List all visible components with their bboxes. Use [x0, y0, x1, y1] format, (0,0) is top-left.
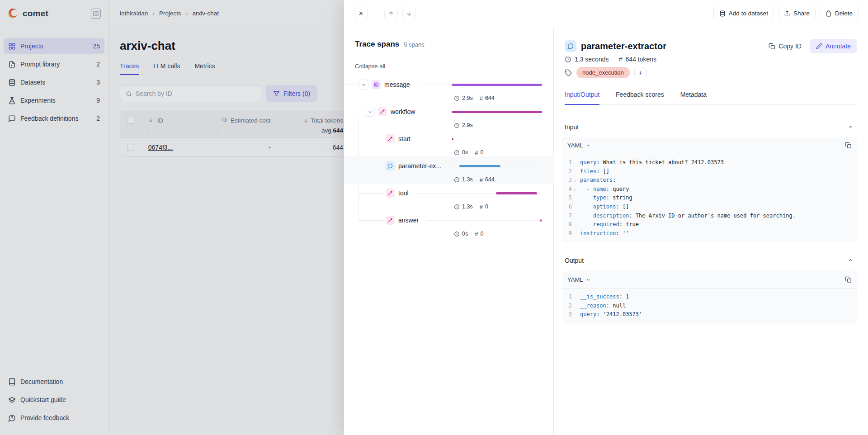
span-tokens: 0	[480, 231, 483, 237]
tab-input-output[interactable]: Input/Output	[565, 91, 599, 105]
hash-icon: #	[475, 231, 478, 237]
hammer-icon	[386, 216, 395, 225]
span-row-parameter-extractor[interactable]: parameter-ex... 1.3s # 644	[344, 156, 554, 184]
input-yaml-content: 1query: What is this ticket about? 2412.…	[562, 154, 857, 242]
hash-icon: #	[475, 149, 478, 156]
span-tokens: 644	[485, 176, 495, 183]
arrow-up-icon	[388, 10, 394, 17]
span-metrics: 1.3s # 644	[454, 175, 495, 184]
code-line: 2__reason: null	[562, 302, 857, 311]
hammer-icon	[386, 189, 395, 198]
span-duration: 2.9s	[462, 95, 473, 101]
format-select[interactable]: YAML	[567, 276, 591, 283]
span-icon	[372, 80, 381, 89]
span-metrics: 2.9s # 644	[454, 94, 495, 102]
chevron-down-icon	[586, 277, 591, 282]
copy-icon	[769, 43, 775, 50]
clock-icon	[454, 231, 460, 237]
chevron-down-icon[interactable]	[365, 107, 375, 117]
span-metrics: 2.9s	[454, 121, 473, 129]
spans-tree: message 2.9s # 644	[344, 27, 553, 435]
delete-button[interactable]: Delete	[820, 7, 859, 20]
add-tag-button[interactable]: +	[634, 67, 646, 78]
span-row-start[interactable]: start 0s # 0	[344, 129, 554, 156]
code-line: 1__is_success: 1	[562, 293, 857, 302]
format-select[interactable]: YAML	[567, 142, 591, 149]
span-duration-bar	[452, 111, 542, 113]
code-line: 2files: []	[562, 167, 857, 176]
span-duration-bar	[459, 165, 500, 167]
collapse-input-button[interactable]	[848, 123, 854, 132]
chevron-down-icon	[586, 143, 591, 148]
span-duration-bar	[452, 84, 542, 86]
trace-spans-panel: Trace spans 5 spans Collapse all	[344, 27, 554, 435]
divider	[562, 247, 857, 247]
span-metrics: 0s # 0	[454, 148, 483, 156]
close-button[interactable]	[354, 7, 368, 20]
code-line: 3⌄parameters:	[562, 176, 857, 185]
span-duration: 1.3s	[462, 176, 473, 183]
code-line: 6 options: []	[562, 203, 857, 212]
output-section-label: Output	[565, 257, 584, 264]
input-section-label: Input	[565, 123, 579, 131]
annotate-button[interactable]: Annotate	[810, 39, 857, 53]
speech-bubble-icon	[565, 40, 576, 52]
panel-topbar: Add to dataset Share Delete	[344, 0, 868, 27]
span-duration-bar	[452, 138, 453, 140]
span-tokens: 0	[480, 149, 483, 156]
span-row-workflow[interactable]: workflow 2.9s	[344, 102, 554, 129]
hash-icon: #	[480, 95, 483, 102]
span-row-message[interactable]: message 2.9s # 644	[344, 75, 554, 102]
chevron-up-icon	[848, 257, 854, 263]
hash-icon: #	[619, 56, 623, 63]
span-row-answer[interactable]: answer 0s # 0	[344, 211, 554, 238]
span-tokens: 644	[485, 95, 495, 101]
copy-icon	[845, 276, 852, 283]
detail-tabs: Input/Output Feedback scores Metadata	[565, 91, 857, 105]
previous-trace-button[interactable]	[384, 7, 398, 20]
span-duration: 1.3s	[462, 203, 473, 210]
output-yaml-content: 1__is_success: 12__reason: null3query: '…	[562, 288, 857, 324]
hash-icon: #	[480, 176, 483, 183]
share-icon	[784, 10, 790, 17]
span-name: start	[398, 135, 410, 142]
copy-code-button[interactable]	[845, 276, 852, 283]
clock-icon	[454, 95, 460, 101]
copy-id-button[interactable]: Copy ID	[765, 40, 805, 52]
span-detail-panel: parameter-extractor Copy ID Annotate	[554, 27, 868, 435]
collapse-output-button[interactable]	[848, 257, 854, 265]
span-detail-title: parameter-extractor	[581, 41, 666, 52]
span-tags-row: node_execution +	[565, 67, 646, 78]
span-name: parameter-ex...	[398, 162, 441, 170]
span-name: tool	[398, 189, 409, 197]
share-button[interactable]: Share	[778, 7, 816, 20]
code-line: 1query: What is this ticket about? 2412.…	[562, 158, 857, 167]
trace-detail-panel: Add to dataset Share Delete Trace spans …	[344, 0, 868, 435]
clock-icon	[454, 123, 460, 128]
code-line: 4⌄ - name: query	[562, 185, 857, 194]
copy-code-button[interactable]	[845, 142, 852, 149]
span-name: message	[384, 81, 410, 88]
span-meta-row: 1.3 seconds # 644 tokens	[565, 56, 656, 63]
clock-icon	[454, 204, 460, 210]
span-metrics: 1.3s # 0	[454, 203, 488, 211]
divider	[376, 8, 376, 19]
arrow-down-icon	[406, 10, 412, 17]
tab-feedback-scores[interactable]: Feedback scores	[616, 91, 664, 104]
trash-icon	[826, 10, 832, 17]
span-row-tool[interactable]: tool 1.3s # 0	[344, 184, 554, 211]
tab-metadata[interactable]: Metadata	[680, 91, 707, 104]
hash-icon: #	[480, 203, 483, 210]
add-to-dataset-button[interactable]: Add to dataset	[713, 7, 774, 20]
next-trace-button[interactable]	[402, 7, 416, 20]
span-name: workflow	[391, 108, 415, 115]
span-duration-bar	[496, 192, 537, 194]
close-icon	[358, 10, 364, 16]
tag-node-execution[interactable]: node_execution	[576, 67, 630, 78]
code-line: 9instruction: ''	[562, 229, 857, 238]
code-line: 3query: '2412.03573'	[562, 310, 857, 319]
clock-icon	[454, 177, 460, 183]
code-line: 5 type: string	[562, 194, 857, 203]
chevron-down-icon[interactable]	[359, 80, 368, 90]
span-tokens: 0	[485, 203, 488, 210]
